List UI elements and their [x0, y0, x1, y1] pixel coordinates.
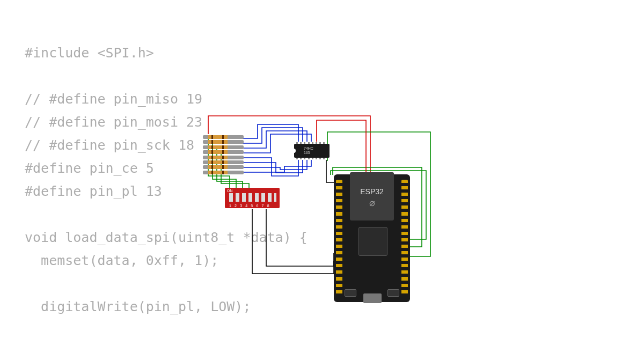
esp-button-en	[345, 289, 356, 297]
resistor	[203, 135, 244, 139]
esp-shield: ESP32 ⌀	[350, 172, 394, 221]
resistor	[203, 171, 244, 174]
ic-label-line1: 74HC	[304, 146, 313, 150]
resistor	[203, 156, 244, 159]
ic-notch	[292, 149, 296, 153]
resistor	[203, 160, 244, 164]
resistor-bank	[203, 135, 244, 175]
ic-pins-bottom	[296, 158, 327, 159]
esp-pins-right	[401, 180, 408, 297]
esp-usb-port	[363, 293, 382, 303]
esp-label: ESP32	[360, 187, 384, 196]
ic-label: 74HC 165	[294, 144, 330, 155]
esp-soc	[358, 227, 387, 256]
shift-register-ic: 74HC 165	[294, 144, 330, 158]
dip-switch: ON 12345678	[225, 188, 280, 208]
dip-numbers: 12345678	[229, 204, 273, 208]
ic-label-line2: 165	[304, 151, 310, 155]
dip-on-label: ON	[227, 189, 233, 193]
espressif-logo-icon: ⌀	[350, 197, 394, 209]
esp-button-boot	[387, 289, 399, 297]
dip-switches	[229, 193, 276, 202]
resistor	[203, 140, 244, 144]
resistor	[203, 150, 244, 154]
esp-pins-left	[336, 180, 342, 297]
wiring-diagram: 74HC 165 ON 12345678 ESP32 ⌀	[193, 113, 451, 298]
resistor	[203, 165, 244, 169]
ic-pins-top	[296, 142, 327, 144]
esp32-board: ESP32 ⌀	[334, 174, 410, 302]
resistor	[203, 145, 244, 149]
